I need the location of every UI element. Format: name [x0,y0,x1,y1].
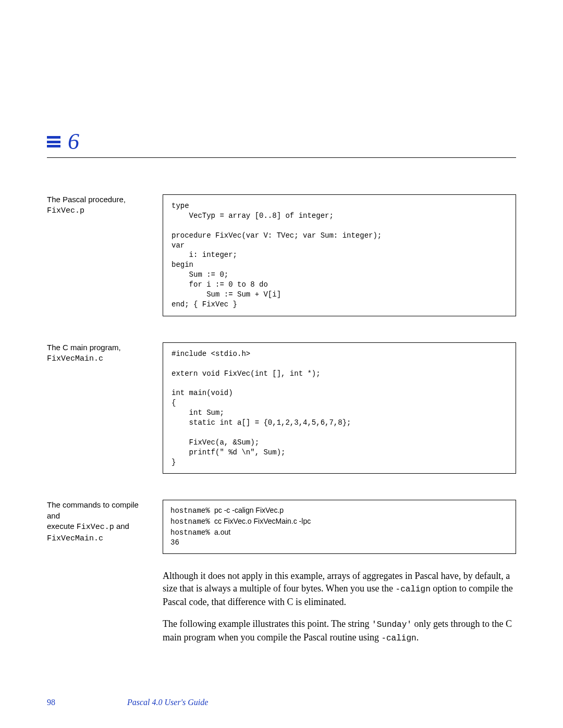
body-paragraph-2: The following example illustrates this p… [163,618,516,644]
commands-caption: The commands to compile and execute FixV… [47,500,151,553]
pascal-example-row: The Pascal procedure, FixVec.p type VecT… [47,194,516,316]
c-example-row: The C main program, FixVecMain.c #includ… [47,342,516,474]
caption-text: The C main program, [47,343,121,352]
caption-file1: FixVec.p [77,523,114,532]
caption-line2a: execute [47,522,77,530]
header-rule [47,157,516,158]
c-code-box: #include <stdio.h> extern void FixVec(in… [163,342,516,474]
typed-cmd: cc FixVec.o FixVecMain.c -lpc [214,517,311,525]
caption-filename: FixVec.p [47,206,84,215]
caption-line2b: and [114,522,129,530]
caption-text: The Pascal procedure, [47,195,126,204]
prompt: hostname% [170,528,214,537]
pascal-caption: The Pascal procedure, FixVec.p [47,194,151,316]
commands-row: The commands to compile and execute FixV… [47,500,516,553]
cmd-output: 36 [170,538,508,548]
text: The following example illustrates this p… [163,619,372,629]
cmd-line-1: hostname% pc -c -calign FixVec.p [170,505,508,516]
pascal-code-box: type VecTyp = array [0..8] of integer; p… [163,194,516,316]
caption-line1: The commands to compile and [47,500,139,520]
cmd-line-3: hostname% a.out [170,527,508,538]
caption-filename: FixVecMain.c [47,354,103,363]
prompt: hostname% [170,507,214,515]
chapter-icon [47,136,60,147]
chapter-header: 6 [47,130,516,153]
book-title: Pascal 4.0 User's Guide [127,698,208,707]
page-footer: 98 Pascal 4.0 User's Guide [47,698,516,707]
chapter-number: 6 [68,130,79,153]
typed-cmd: pc -c -calign FixVec.p [214,506,284,514]
text: . [417,632,419,643]
typed-cmd: a.out [214,528,230,536]
c-caption: The C main program, FixVecMain.c [47,342,151,474]
page-number: 98 [47,698,55,707]
inline-code: 'Sunday' [372,620,412,630]
body-paragraph-1: Although it does not apply in this examp… [163,570,516,608]
cmd-line-2: hostname% cc FixVec.o FixVecMain.c -lpc [170,516,508,527]
caption-file2: FixVecMain.c [47,534,103,543]
inline-code: -calign [381,634,416,643]
prompt: hostname% [170,517,214,526]
commands-box: hostname% pc -c -calign FixVec.p hostnam… [163,500,516,553]
inline-code: -calign [396,585,431,594]
page: 6 The Pascal procedure, FixVec.p type Ve… [0,0,563,704]
